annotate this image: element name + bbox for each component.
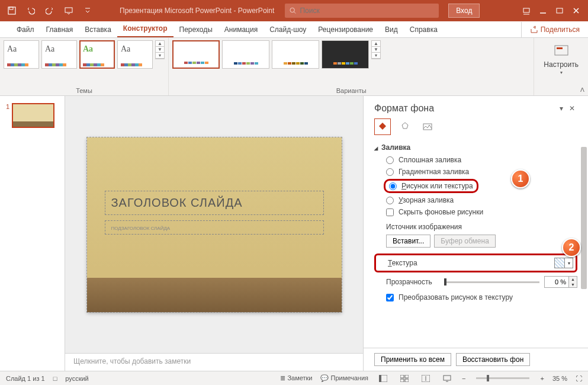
insert-image-button[interactable]: Вставит... [386, 235, 430, 248]
spellcheck-icon[interactable]: □ [53, 375, 57, 382]
slideshow-view-icon[interactable] [441, 373, 454, 384]
tab-insert[interactable]: Вставка [79, 22, 117, 37]
transparency-spinner[interactable]: ▲▼ [544, 276, 577, 288]
radio-picture-texture-fill[interactable]: Рисунок или текстура [389, 182, 473, 190]
pane-close-icon[interactable]: ✕ [567, 104, 577, 113]
radio-solid-fill[interactable]: Сплошная заливка [374, 154, 577, 166]
gallery-expand-icon[interactable]: ▾ [372, 53, 380, 59]
fill-tab[interactable] [374, 118, 391, 135]
spin-down-icon[interactable]: ▼ [569, 282, 577, 287]
tab-help[interactable]: Справка [404, 22, 444, 37]
start-slideshow-icon[interactable] [60, 2, 77, 19]
undo-icon[interactable] [23, 2, 39, 19]
tab-home[interactable]: Главная [40, 22, 79, 37]
transparency-input[interactable] [545, 277, 568, 287]
comments-toggle[interactable]: 💬 Примечания [320, 374, 368, 382]
slide-canvas[interactable]: ЗАГОЛОВОК СЛАЙДА ПОДЗАГОЛОВОК СЛАЙДА [87, 137, 342, 312]
variant-thumb[interactable] [272, 40, 319, 69]
pane-options-icon[interactable]: ▾ [556, 104, 567, 113]
notes-toggle[interactable]: ≣ Заметки [280, 374, 312, 382]
language-indicator[interactable]: русский [65, 375, 88, 382]
radio-pattern-fill[interactable]: Узорная заливка [374, 194, 577, 206]
share-icon [530, 25, 538, 34]
normal-view-icon[interactable] [377, 373, 390, 384]
svg-rect-16 [444, 376, 451, 380]
gallery-expand-icon[interactable]: ▾ [156, 53, 164, 59]
tab-view[interactable]: Вид [379, 22, 404, 37]
slide-subtitle-placeholder[interactable]: ПОДЗАГОЛОВОК СЛАЙДА [105, 220, 324, 235]
group-label-themes: Темы [4, 86, 165, 95]
tab-slideshow[interactable]: Слайд-шоу [264, 22, 312, 37]
pane-footer: Применить ко всем Восстановить фон [364, 348, 588, 371]
share-label: Поделиться [541, 25, 580, 34]
apply-to-all-button[interactable]: Применить ко всем [374, 353, 451, 366]
chevron-down-icon: ▾ [560, 70, 563, 75]
radio-gradient-fill[interactable]: Градиентная заливка [374, 166, 577, 178]
search-input[interactable] [300, 7, 434, 15]
check-hide-bg-graphics[interactable]: Скрыть фоновые рисунки [374, 206, 577, 218]
texture-dropdown[interactable]: ▾ [565, 258, 573, 268]
texture-swatch[interactable] [554, 258, 565, 268]
fit-to-window-icon[interactable]: ⛶ [576, 375, 582, 382]
theme-thumb-selected[interactable]: Aa [79, 40, 115, 69]
fill-section-header[interactable]: Заливка [374, 141, 577, 154]
svg-rect-10 [379, 375, 381, 382]
slide-subtitle-text: ПОДЗАГОЛОВОК СЛАЙДА [111, 226, 171, 231]
tab-design[interactable]: Конструктор [117, 21, 173, 37]
zoom-in-icon[interactable]: + [540, 375, 544, 382]
search-box[interactable] [285, 4, 439, 18]
variant-thumb-selected[interactable] [172, 40, 220, 69]
pane-title: Формат фона [374, 103, 556, 114]
tab-animations[interactable]: Анимация [219, 22, 264, 37]
maximize-icon[interactable] [551, 2, 568, 19]
picture-tab[interactable] [419, 118, 436, 135]
zoom-level[interactable]: 35 % [552, 375, 567, 382]
scroll-down-icon[interactable]: ▼ [156, 47, 164, 53]
scroll-up-icon[interactable]: ▲ [156, 41, 164, 47]
save-icon[interactable] [4, 2, 20, 19]
minimize-icon[interactable] [535, 2, 551, 19]
svg-rect-2 [65, 8, 72, 12]
share-button[interactable]: Поделиться [521, 22, 588, 37]
qat-dropdown-icon[interactable] [79, 2, 96, 19]
tab-transitions[interactable]: Переходы [173, 22, 219, 37]
reset-background-button[interactable]: Восстановить фон [456, 353, 530, 366]
variants-gallery-scroll[interactable]: ▲▼▾ [371, 40, 381, 59]
effects-tab[interactable] [397, 118, 413, 135]
scroll-down-icon[interactable]: ▼ [372, 47, 380, 53]
login-button[interactable]: Вход [448, 4, 480, 18]
check-tile-picture[interactable]: Преобразовать рисунок в текстуру [374, 291, 577, 303]
configure-button[interactable]: Настроить ▾ [538, 40, 584, 78]
slide-counter[interactable]: Слайд 1 из 1 [6, 375, 45, 382]
pane-body: Заливка Сплошная заливка Градиентная зал… [364, 141, 588, 348]
svg-rect-7 [557, 47, 563, 49]
sorter-view-icon[interactable] [398, 373, 411, 384]
transparency-slider[interactable] [444, 281, 539, 283]
window-controls [518, 2, 584, 19]
theme-thumb[interactable]: Aa [41, 40, 77, 69]
ribbon-options-icon[interactable] [518, 2, 535, 19]
tab-review[interactable]: Рецензирование [312, 22, 379, 37]
zoom-slider[interactable] [476, 377, 529, 379]
configure-label: Настроить [544, 60, 579, 69]
slide-title-placeholder[interactable]: ЗАГОЛОВОК СЛАЙДА [105, 191, 324, 215]
redo-icon[interactable] [41, 2, 58, 19]
svg-rect-11 [400, 375, 404, 378]
variant-thumb[interactable] [222, 40, 269, 69]
close-icon[interactable] [568, 2, 584, 19]
scroll-up-icon[interactable]: ▲ [372, 41, 380, 47]
themes-gallery-scroll[interactable]: ▲▼▾ [155, 40, 165, 59]
variant-thumb[interactable] [322, 40, 369, 69]
spin-up-icon[interactable]: ▲ [569, 277, 577, 282]
collapse-ribbon-icon[interactable]: ᐱ [580, 86, 584, 93]
slide-thumbnail[interactable]: 1 [6, 103, 59, 128]
theme-thumb[interactable]: Aa [4, 40, 39, 69]
reading-view-icon[interactable] [419, 373, 432, 384]
theme-thumb[interactable]: Aa [117, 40, 153, 69]
zoom-out-icon[interactable]: − [462, 375, 465, 382]
tab-file[interactable]: Файл [11, 22, 40, 37]
image-source-label: Источник изображения [374, 218, 577, 232]
pane-scrollbar[interactable] [581, 147, 587, 289]
notes-pane[interactable]: Щелкните, чтобы добавить заметки [65, 353, 363, 371]
group-label-variants: Варианты [172, 86, 530, 95]
